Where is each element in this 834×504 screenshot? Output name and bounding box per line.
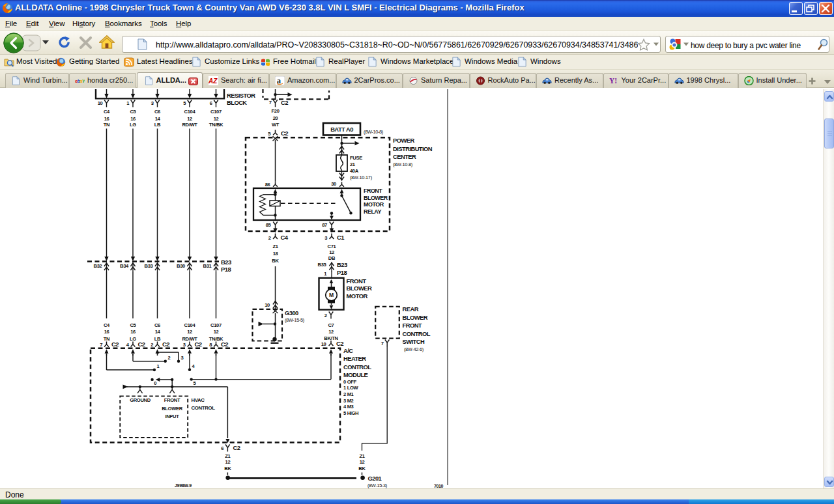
svg-text:C4: C4 (104, 322, 110, 328)
svg-text:C2: C2 (281, 99, 288, 106)
svg-text:5: 5 (194, 380, 197, 386)
svg-text:G201: G201 (368, 475, 382, 482)
svg-text:(8W-10-8): (8W-10-8) (364, 129, 383, 135)
svg-text:Z1: Z1 (225, 453, 231, 459)
svg-text:TN: TN (104, 336, 109, 342)
svg-text:3: 3 (324, 235, 327, 241)
svg-text:14: 14 (155, 329, 161, 335)
svg-text:RESISTOR: RESISTOR (227, 92, 255, 99)
svg-text:2: 2 (151, 342, 153, 348)
svg-text:8: 8 (209, 342, 212, 348)
svg-text:4: 4 (192, 363, 195, 369)
svg-text:16: 16 (130, 329, 136, 335)
svg-text:C5: C5 (130, 322, 136, 328)
svg-text:2: 2 (268, 235, 271, 241)
svg-text:(8W-10-8): (8W-10-8) (393, 161, 412, 167)
svg-text:16: 16 (130, 116, 136, 122)
svg-text:B23: B23 (337, 261, 347, 268)
svg-text:7: 7 (100, 342, 102, 348)
svg-text:C6: C6 (154, 109, 160, 115)
svg-text:2 M1: 2 M1 (343, 391, 354, 397)
svg-text:6: 6 (221, 445, 223, 451)
svg-text:BK: BK (224, 466, 231, 471)
svg-text:40A: 40A (350, 168, 359, 174)
svg-text:2: 2 (324, 313, 327, 318)
svg-text:1: 1 (126, 100, 130, 106)
svg-text:FUSE: FUSE (350, 155, 362, 161)
svg-text:0: 0 (154, 380, 156, 386)
svg-text:BLOWER: BLOWER (364, 195, 388, 201)
svg-text:10: 10 (265, 302, 270, 308)
svg-text:CONTROL: CONTROL (343, 363, 371, 371)
svg-text:SWITCH: SWITCH (403, 338, 425, 345)
svg-text:BLOWER: BLOWER (403, 314, 428, 321)
svg-text:LG: LG (130, 336, 136, 342)
svg-text:5 HIGH: 5 HIGH (343, 410, 358, 416)
svg-text:P18: P18 (221, 266, 231, 273)
svg-text:FRONT: FRONT (403, 322, 422, 329)
svg-text:BLOCK: BLOCK (227, 99, 247, 106)
svg-text:B32: B32 (94, 263, 102, 269)
svg-text:BK: BK (272, 258, 279, 264)
svg-text:REAR: REAR (403, 305, 419, 313)
svg-text:7: 7 (269, 100, 272, 105)
svg-text:B34: B34 (120, 263, 129, 269)
svg-text:12: 12 (214, 116, 219, 122)
svg-text:C107: C107 (210, 322, 222, 328)
svg-text:ebaY: ebaY (75, 78, 85, 84)
svg-text:J998W-9: J998W-9 (175, 483, 192, 488)
svg-text:LB: LB (154, 122, 161, 128)
svg-text:4 M3: 4 M3 (343, 404, 354, 410)
svg-text:5: 5 (183, 100, 186, 106)
svg-text:C104: C104 (184, 109, 196, 115)
svg-text:20: 20 (273, 115, 278, 121)
svg-text:FRONT: FRONT (364, 188, 382, 194)
svg-text:C2: C2 (336, 340, 343, 347)
svg-text:C107: C107 (210, 109, 222, 115)
svg-text:C4: C4 (281, 234, 289, 241)
svg-text:3: 3 (181, 355, 184, 361)
svg-text:P18: P18 (337, 269, 347, 276)
svg-text:87: 87 (322, 222, 327, 228)
svg-text:TN/BK: TN/BK (209, 122, 223, 128)
svg-text:LG: LG (130, 122, 136, 128)
svg-text:HVAC: HVAC (192, 397, 205, 403)
svg-text:C7: C7 (328, 322, 334, 328)
svg-text:14: 14 (155, 116, 161, 122)
svg-text:12: 12 (225, 459, 231, 465)
svg-text:0 OFF: 0 OFF (343, 379, 356, 385)
svg-text:M: M (329, 292, 334, 298)
svg-text:10: 10 (98, 100, 103, 106)
svg-text:5: 5 (268, 131, 271, 137)
svg-text:B31: B31 (203, 263, 212, 269)
svg-text:B30: B30 (177, 263, 185, 269)
svg-text:F20: F20 (271, 108, 279, 114)
svg-text:C1: C1 (337, 234, 345, 241)
svg-text:BLOWER: BLOWER (162, 406, 183, 412)
svg-text:AZ: AZ (208, 77, 218, 85)
svg-text:85: 85 (266, 222, 272, 228)
svg-text:7010: 7010 (434, 484, 444, 488)
svg-text:WT: WT (272, 122, 280, 128)
svg-text:3: 3 (183, 342, 186, 348)
svg-text:GROUND: GROUND (130, 397, 151, 403)
svg-text:TN: TN (104, 122, 109, 128)
svg-text:C2: C2 (195, 341, 202, 348)
svg-text:16: 16 (104, 116, 109, 122)
svg-text:C2: C2 (111, 341, 119, 348)
svg-text:12: 12 (187, 329, 192, 335)
svg-text:B33: B33 (145, 263, 153, 269)
svg-text:RELAY: RELAY (364, 208, 381, 215)
svg-text:A/C: A/C (343, 347, 353, 354)
svg-text:INPUT: INPUT (165, 413, 179, 419)
svg-text:C2: C2 (281, 130, 288, 137)
svg-text:7: 7 (381, 341, 384, 346)
svg-text:30: 30 (331, 181, 336, 187)
svg-text:12: 12 (214, 329, 219, 335)
svg-text:Y!: Y! (609, 77, 617, 85)
svg-text:Z1: Z1 (272, 244, 278, 249)
svg-text:1: 1 (157, 363, 160, 369)
svg-text:6: 6 (210, 100, 212, 106)
svg-text:CONTROL: CONTROL (403, 330, 431, 337)
svg-text:3: 3 (151, 100, 154, 106)
